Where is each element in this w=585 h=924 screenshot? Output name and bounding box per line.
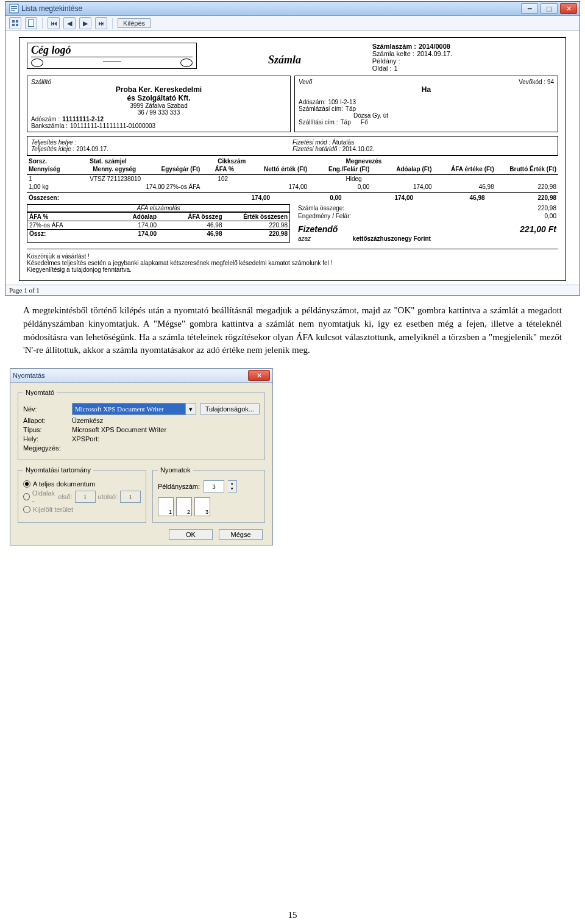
- th-afa: ÁFA %: [202, 165, 246, 173]
- prev-page-icon[interactable]: ◀: [63, 17, 76, 29]
- chevron-up-icon[interactable]: ▴: [228, 481, 236, 486]
- view-page-icon[interactable]: [25, 17, 37, 29]
- state-value: Üzemkész: [72, 417, 103, 424]
- where-label: Hely:: [23, 435, 68, 442]
- status-bar: Page 1 of 1: [5, 285, 580, 295]
- maximize-button[interactable]: ▢: [541, 3, 558, 14]
- exit-button[interactable]: Kilépés: [118, 18, 151, 28]
- cell-eng: 0,00: [309, 183, 371, 191]
- paymode: Átutalás: [332, 139, 354, 146]
- printer-name-input[interactable]: [72, 403, 186, 415]
- last-page-icon[interactable]: ⏭: [95, 17, 107, 29]
- printer-legend: Nyomtató: [23, 389, 57, 396]
- to-input: [120, 491, 141, 503]
- cell-egysegar: 174,00: [146, 183, 165, 190]
- dialog-titlebar: Nyomtatás ✕: [10, 369, 272, 383]
- oval-icon: [180, 59, 193, 67]
- th-me: Menny. egység: [89, 165, 140, 173]
- properties-button[interactable]: Tulajdonságok...: [200, 403, 260, 414]
- th-cikk: Cikkszám: [216, 157, 344, 165]
- page-value: 1: [394, 65, 398, 72]
- collate-page-icon: 2: [176, 497, 192, 516]
- page-number: 15: [0, 910, 585, 920]
- copies-legend: Nyomatok: [158, 466, 193, 474]
- th-adoalap: Adóalap (Ft): [371, 165, 433, 173]
- perform-date: 2014.09.17.: [76, 146, 108, 152]
- words: kettőszázhuszonegy Forint: [351, 235, 558, 243]
- sum-label: Számla összege:: [296, 204, 470, 212]
- logo-divider: [103, 62, 121, 67]
- radio-all[interactable]: A teljes dokumentum: [23, 480, 141, 488]
- from-label: első:: [58, 493, 72, 500]
- cell-adoalap: 174,00: [371, 183, 433, 191]
- first-page-icon[interactable]: ⏮: [48, 17, 60, 29]
- radio-pages[interactable]: Oldalak - első: utolsó:: [23, 489, 141, 504]
- buyer-code-label: Vevőkód :: [519, 79, 545, 85]
- copies-spinner[interactable]: ▴▾: [228, 480, 237, 492]
- totals-eng: 0,00: [272, 194, 343, 202]
- close-button[interactable]: ✕: [560, 3, 577, 14]
- view-tiles-icon[interactable]: [9, 17, 21, 29]
- page-label: Oldal :: [372, 65, 392, 72]
- copies-input[interactable]: [204, 480, 224, 492]
- to-label: utolsó:: [98, 493, 118, 500]
- printer-select[interactable]: ▾: [72, 403, 196, 415]
- cell-netto: 174,00: [247, 183, 309, 191]
- close-icon[interactable]: ✕: [248, 370, 270, 381]
- dialog-title: Nyomtatás: [13, 372, 248, 379]
- collate-page-icon: 1: [158, 497, 174, 516]
- radio-icon: [23, 493, 30, 500]
- cancel-button[interactable]: Mégse: [219, 529, 263, 540]
- invoice-date: 2014.09.17.: [417, 50, 452, 57]
- due-date: 2014.10.02.: [342, 146, 375, 152]
- supplier-name-1: Proba Ker. Kereskedelmi: [31, 85, 286, 94]
- chevron-down-icon[interactable]: ▾: [228, 486, 236, 492]
- state-label: Állapot:: [23, 417, 68, 424]
- ok-button[interactable]: OK: [169, 529, 213, 540]
- supplier-tax: 11111111-2-12: [62, 116, 104, 123]
- cell-stat: VTSZ 7211238010: [88, 175, 216, 183]
- printer-name-label: Név:: [23, 405, 68, 413]
- company-logo: Cég logó: [27, 43, 197, 69]
- radio-selection[interactable]: Kijelölt terület: [23, 506, 141, 513]
- items-row: 1,00 kg 174,00 27%-os ÁFA 174,00 0,00 17…: [27, 183, 558, 191]
- footer-line-2: Késedelmes teljesítés esetén a jegybanki…: [27, 260, 558, 266]
- window-title: Lista megtekintése: [21, 2, 521, 15]
- supplier-heading: Szállító: [31, 79, 286, 85]
- totals-label: Összesen:: [27, 194, 200, 202]
- payable-label: Fizetendő: [296, 224, 470, 235]
- vat-b: 46,98: [158, 221, 224, 229]
- invoice-sheet: Cég logó Számla Számlaszám :2014/0008 Sz…: [19, 37, 566, 281]
- th-menny: Mennyiség: [27, 165, 89, 173]
- items-row: 1 VTSZ 7211238010 102 Hideg: [27, 175, 558, 183]
- chevron-down-icon[interactable]: ▾: [186, 403, 196, 415]
- buyer-ship-label: Szállítási cím :: [299, 119, 338, 126]
- right-sums: Számla összege:220,98 Engedmény / Felár:…: [296, 204, 558, 243]
- next-page-icon[interactable]: ▶: [79, 17, 91, 29]
- cell-menny: 1,00: [29, 183, 40, 190]
- totals-adoalap: 174,00: [344, 194, 415, 202]
- minimize-button[interactable]: ━: [521, 3, 538, 14]
- perform-date-label: Teljesítés ideje :: [31, 146, 74, 152]
- radio-all-label: A teljes dokumentum: [33, 480, 95, 488]
- toolbar-separator: [42, 18, 43, 29]
- collate-page-icon: 3: [194, 497, 210, 516]
- oval-icon: [31, 59, 43, 67]
- svg-rect-4: [12, 20, 15, 23]
- due-label: Fizetési határidő :: [292, 146, 341, 152]
- th-stat: Stat. számjel: [88, 157, 216, 165]
- svg-rect-8: [29, 20, 34, 27]
- th-megn: Megnevezés: [344, 157, 558, 165]
- app-icon: [9, 4, 19, 13]
- vat-sum-label: Össz:: [27, 230, 93, 238]
- cell-brutto: 220,98: [496, 183, 558, 191]
- payable-value: 221,00 Ft: [470, 224, 558, 235]
- type-value: Microsoft XPS Document Writer: [72, 426, 166, 433]
- buyer-tax: 109 I-2-13: [328, 99, 356, 105]
- sum-value: 220,98: [470, 204, 558, 212]
- toolbar: ⏮ ◀ ▶ ⏭ Kilépés: [5, 16, 580, 31]
- cell-cikk: 102: [216, 175, 344, 183]
- buyer-name: Ha: [299, 85, 554, 94]
- vat-h4: Érték összesen: [224, 213, 290, 221]
- buyer-tax-label: Adószám:: [299, 99, 325, 105]
